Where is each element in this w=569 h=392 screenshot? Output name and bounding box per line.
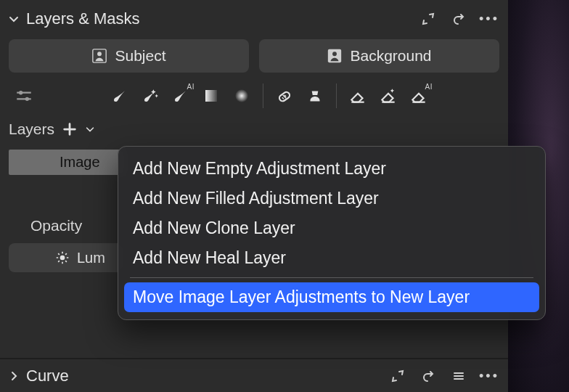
ai-label: AI <box>425 83 433 91</box>
more-icon[interactable]: ••• <box>479 366 499 386</box>
radial-icon[interactable] <box>226 81 257 110</box>
menu-add-clone-layer[interactable]: Add New Clone Layer <box>118 213 545 243</box>
svg-point-9 <box>60 256 65 261</box>
brightness-icon <box>55 250 70 265</box>
list-icon[interactable] <box>449 366 469 386</box>
ai-label: AI <box>187 83 195 91</box>
magic-brush-icon[interactable] <box>135 81 165 110</box>
expand-icon[interactable] <box>418 9 438 29</box>
menu-add-filled-adjustment[interactable]: Add New Filled Adjustment Layer <box>118 184 545 213</box>
layers-label: Layers <box>9 121 54 138</box>
add-layer-menu-button[interactable] <box>85 124 95 134</box>
ai-brush-icon[interactable]: AI <box>165 81 196 110</box>
brush-tool-row: AI AI <box>0 77 508 115</box>
clone-stamp-icon[interactable] <box>300 81 330 110</box>
svg-point-1 <box>98 52 102 56</box>
chevron-down-icon <box>7 13 20 25</box>
chevron-right-icon <box>7 370 20 382</box>
svg-point-7 <box>235 89 248 102</box>
layers-header-row: Layers <box>0 115 508 142</box>
menu-add-empty-adjustment[interactable]: Add New Empty Adjustment Layer <box>118 154 545 184</box>
background-label: Background <box>350 47 431 65</box>
gradient-icon[interactable] <box>196 81 226 110</box>
magic-eraser-icon[interactable] <box>373 81 404 110</box>
separator <box>336 83 337 108</box>
reset-icon[interactable] <box>449 9 469 29</box>
panel-title: Layers & Masks <box>26 9 140 28</box>
svg-point-3 <box>333 52 337 56</box>
person-icon <box>91 48 107 64</box>
layer-name: Image <box>9 150 125 175</box>
panel-header-curve[interactable]: Curve ••• <box>0 358 508 392</box>
subject-button[interactable]: Subject <box>9 39 249 73</box>
eraser-icon[interactable] <box>343 81 373 110</box>
more-icon[interactable]: ••• <box>479 9 499 29</box>
mask-segment-row: Subject Background <box>0 33 508 77</box>
reset-icon[interactable] <box>418 366 438 386</box>
luminosity-mask-button[interactable]: Lum <box>9 243 125 272</box>
background-button[interactable]: Background <box>259 39 499 73</box>
ai-eraser-icon[interactable]: AI <box>404 81 434 110</box>
menu-add-heal-layer[interactable]: Add New Heal Layer <box>118 243 545 273</box>
expand-icon[interactable] <box>388 366 408 386</box>
add-layer-context-menu: Add New Empty Adjustment Layer Add New F… <box>118 146 546 320</box>
luminosity-label: Lum <box>77 250 105 266</box>
heal-icon[interactable] <box>269 81 300 110</box>
separator <box>263 83 263 108</box>
panel-header-layers-masks[interactable]: Layers & Masks ••• <box>0 0 508 33</box>
menu-separator <box>130 277 533 278</box>
panel-title: Curve <box>26 367 69 385</box>
menu-move-adjustments[interactable]: Move Image Layer Adjustments to New Laye… <box>124 282 539 312</box>
subject-label: Subject <box>115 47 165 65</box>
svg-point-4 <box>19 91 22 94</box>
svg-rect-6 <box>205 90 217 102</box>
add-layer-button[interactable] <box>62 121 78 137</box>
sliders-icon[interactable] <box>9 81 39 110</box>
brush-icon[interactable] <box>105 81 135 110</box>
person-outline-icon <box>327 48 343 64</box>
svg-point-5 <box>25 97 29 101</box>
